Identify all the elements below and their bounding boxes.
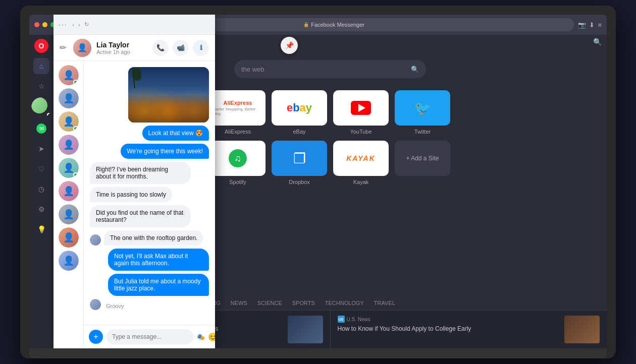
speed-dial-grid: AliExpress Smarter Shopping, Better Livi…	[210, 90, 450, 185]
news-tab-sports[interactable]: SPORTS	[291, 297, 316, 310]
browser-action-icons: 📷 ⬇ ≡	[578, 21, 602, 29]
spotify-icon: ♫	[229, 149, 247, 167]
messenger-user-name: Lia Taylor	[96, 41, 147, 49]
opera-logo[interactable]: O	[34, 39, 48, 53]
messenger-forward[interactable]: ›	[78, 22, 80, 28]
dial-label-kayak: Kayak	[353, 179, 369, 185]
conv-avatar-7[interactable]: 👤	[59, 204, 79, 224]
dial-label-twitter: Twitter	[414, 129, 431, 135]
dial-item-kayak[interactable]: KAYAK Kayak	[333, 141, 389, 185]
messenger-browser-bar: · · · ‹ › ↻	[54, 15, 215, 35]
news-tab-technology[interactable]: TECHNOLOGY	[324, 297, 365, 310]
news-image-1	[288, 316, 323, 343]
conv-avatar-1[interactable]: 👤	[59, 65, 79, 85]
dial-item-youtube[interactable]: YouTube	[333, 90, 389, 135]
emoji-icon[interactable]: 😊	[208, 332, 215, 342]
chat-avatar-small	[90, 234, 101, 246]
add-site-label: + Add a Site	[406, 155, 439, 162]
chat-messages: Look at that view 😍 We're going there th…	[84, 61, 215, 325]
dial-item-spotify[interactable]: ♫ Spotify	[210, 141, 266, 185]
chat-bubble-left-1: Right!? I've been dreaming about it for …	[90, 162, 191, 184]
messenger-refresh[interactable]: ↻	[84, 21, 89, 28]
conv-avatar-6[interactable]: 👤	[59, 181, 79, 201]
dial-item-dropbox[interactable]: ❐ Dropbox	[272, 141, 327, 185]
video-call-button[interactable]: 📹	[173, 40, 189, 56]
messenger-user-status: Active 1h ago	[96, 49, 147, 55]
sidebar-avatar-1[interactable]	[31, 97, 51, 117]
news-tab-science[interactable]: SCIENCE	[256, 297, 283, 310]
groovy-row: Groovy	[90, 299, 209, 310]
compose-icon[interactable]: ✏	[60, 43, 66, 52]
sidebar-item-home[interactable]: ⌂	[33, 58, 49, 74]
laptop-screen: ‹ › ↻ 🔒 Facebook Messenger 📷 ⬇ ≡ 📌 O ⌂ ☆	[29, 15, 607, 348]
sticker-icon[interactable]: 🎭	[197, 333, 205, 341]
laptop-shell: ‹ › ↻ 🔒 Facebook Messenger 📷 ⬇ ≡ 📌 O ⌂ ☆	[20, 6, 616, 358]
dial-label-aliexpress: AliExpress	[225, 129, 251, 135]
add-attachment-button[interactable]: +	[89, 330, 103, 344]
messenger-back[interactable]: ‹	[72, 22, 74, 28]
chat-bubble-left-3: Did you find out the name of that restau…	[90, 205, 191, 227]
search-bar[interactable]: the web 🔍	[234, 60, 426, 78]
groovy-label: Groovy	[104, 303, 124, 309]
dial-item-ebay[interactable]: ebay eBay	[272, 90, 327, 135]
dial-item-twitter[interactable]: 🐦 Twitter	[395, 90, 450, 135]
sidebar-item-heart[interactable]: ♡	[33, 161, 49, 177]
chat-bubble-right-2: We're going there this week!	[121, 144, 209, 159]
news-article-2[interactable]: US U.S. News How to Know if You Should A…	[331, 311, 607, 348]
browser-window-controls	[34, 22, 56, 27]
sidebar-item-bookmarks[interactable]: ☆	[33, 78, 49, 94]
sidebar-item-send[interactable]: ➤	[33, 141, 49, 157]
conv-avatar-9[interactable]: 👤	[59, 251, 79, 271]
minimize-btn[interactable]	[42, 22, 47, 27]
opera-sidebar: O ⌂ ☆ ✉ ➤ ♡ ◷ ⚙ 💡 ···	[29, 35, 54, 348]
chat-bubble-with-avatar: The one with the rooftop garden.	[90, 230, 209, 246]
news-image-2	[564, 316, 600, 343]
chat-bubble-left-4: The one with the rooftop garden.	[104, 230, 203, 246]
search-magnifier: 🔍	[411, 66, 419, 73]
sidebar-item-settings[interactable]: ⚙	[33, 201, 49, 217]
sidebar-item-history[interactable]: ◷	[33, 181, 49, 197]
pin-button[interactable]: 📌	[281, 37, 298, 54]
conv-avatar-2[interactable]: 👤	[59, 88, 79, 108]
messenger-user-avatar: 👤	[73, 39, 91, 57]
conv-avatar-4[interactable]: 👤	[59, 135, 79, 155]
messenger-main: 👤 👤 👤 👤 👤	[54, 61, 215, 348]
sidebar-item-whatsapp[interactable]: ✉	[33, 120, 49, 137]
news-source-2: US U.S. News	[338, 316, 560, 323]
dial-label-spotify: Spotify	[229, 179, 246, 185]
message-input[interactable]	[106, 329, 194, 344]
messenger-browser-url: · · ·	[59, 22, 66, 28]
chat-bubble-right-1: Look at that view 😍	[142, 126, 209, 141]
dial-item-add-site[interactable]: + Add a Site	[395, 141, 450, 185]
twitter-bird-icon: 🐦	[414, 100, 432, 116]
conv-avatar-5[interactable]: 👤	[59, 158, 79, 178]
sidebar-item-idea[interactable]: 💡	[33, 221, 49, 237]
screenshot-icon[interactable]: 📷	[578, 21, 586, 29]
dial-label-ebay: eBay	[293, 129, 305, 135]
lock-icon: 🔒	[303, 22, 309, 27]
groovy-avatar	[90, 299, 101, 310]
laptop-base	[29, 348, 607, 358]
info-button[interactable]: ℹ	[193, 40, 209, 56]
dropbox-icon: ❐	[293, 150, 306, 167]
chat-image	[128, 67, 209, 123]
menu-icon[interactable]: ≡	[598, 21, 602, 29]
chat-bubble-left-2: Time is passing too slowly	[90, 187, 172, 202]
chat-bubble-right-3: Not yet, I'll ask Max about it again thi…	[108, 249, 209, 271]
news-tab-travel[interactable]: TRAVEL	[373, 297, 396, 310]
dial-label-dropbox: Dropbox	[289, 179, 310, 185]
dial-label-youtube: YouTube	[350, 129, 372, 135]
download-icon[interactable]: ⬇	[589, 21, 595, 29]
search-icon[interactable]: 🔍	[593, 38, 602, 46]
chat-input-area: + 🎭 😊 👍	[84, 325, 215, 348]
audio-call-button[interactable]: 📞	[152, 40, 169, 56]
messenger-left-bar: 👤 👤 👤 👤 👤	[54, 61, 84, 348]
news-tab-news[interactable]: NEWS	[230, 297, 248, 310]
conv-avatar-3[interactable]: 👤	[59, 111, 79, 132]
close-btn[interactable]	[34, 22, 39, 27]
top-right-icons: 🔍	[593, 38, 602, 46]
dial-item-aliexpress[interactable]: AliExpress Smarter Shopping, Better Livi…	[210, 90, 266, 135]
conv-avatar-8[interactable]: 👤	[59, 227, 79, 248]
chat-bubble-right-4: But Julia told me about a moody little j…	[108, 274, 209, 296]
news-headline-2: How to Know if You Should Apply to Colle…	[338, 325, 560, 333]
